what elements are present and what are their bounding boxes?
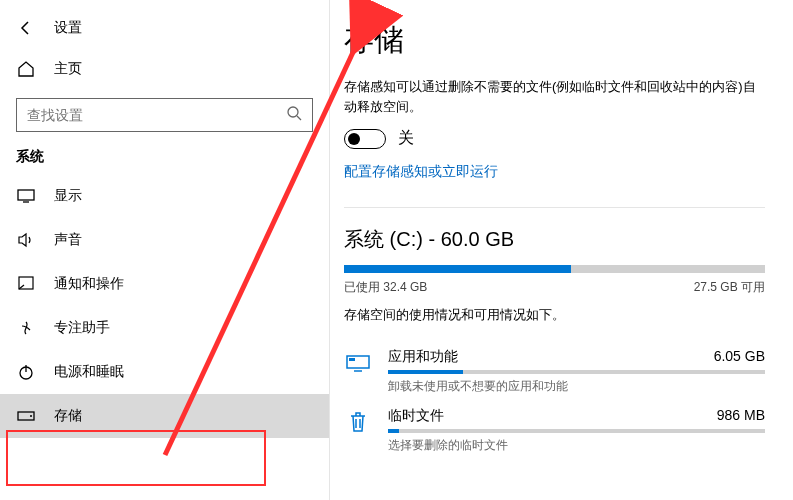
storage-icon bbox=[16, 406, 36, 426]
sidebar-item-label: 显示 bbox=[54, 187, 82, 205]
category-apps[interactable]: 应用和功能6.05 GB 卸载未使用或不想要的应用和功能 bbox=[344, 342, 765, 401]
divider bbox=[344, 207, 765, 208]
sidebar-item-storage[interactable]: 存储 bbox=[0, 394, 329, 438]
sidebar-item-label: 声音 bbox=[54, 231, 82, 249]
svg-rect-10 bbox=[349, 358, 355, 361]
sidebar-item-sound[interactable]: 声音 bbox=[0, 218, 329, 262]
sound-icon bbox=[16, 230, 36, 250]
configure-link[interactable]: 配置存储感知或立即运行 bbox=[344, 163, 765, 181]
sidebar-item-label: 专注助手 bbox=[54, 319, 110, 337]
sidebar-item-label: 存储 bbox=[54, 407, 82, 425]
svg-point-8 bbox=[30, 415, 32, 417]
back-button[interactable]: 设置 bbox=[0, 8, 329, 48]
breakdown-description: 存储空间的使用情况和可用情况如下。 bbox=[344, 306, 765, 324]
back-arrow-icon bbox=[16, 18, 36, 38]
sidebar-item-focus[interactable]: 专注助手 bbox=[0, 306, 329, 350]
storage-sense-toggle[interactable] bbox=[344, 129, 386, 149]
display-icon bbox=[16, 186, 36, 206]
sidebar-item-label: 通知和操作 bbox=[54, 275, 124, 293]
apps-icon bbox=[344, 348, 372, 376]
home-icon bbox=[16, 59, 36, 79]
category-sub: 卸载未使用或不想要的应用和功能 bbox=[388, 378, 765, 395]
svg-rect-9 bbox=[347, 356, 369, 368]
home-label: 主页 bbox=[54, 60, 82, 78]
focus-icon bbox=[16, 318, 36, 338]
category-name: 临时文件 bbox=[388, 407, 444, 425]
svg-rect-2 bbox=[18, 190, 34, 200]
category-size: 986 MB bbox=[717, 407, 765, 425]
category-name: 应用和功能 bbox=[388, 348, 458, 366]
trash-icon bbox=[344, 407, 372, 435]
used-label: 已使用 32.4 GB bbox=[344, 279, 427, 296]
sidebar-item-display[interactable]: 显示 bbox=[0, 174, 329, 218]
search-box[interactable] bbox=[16, 98, 313, 132]
drive-title: 系统 (C:) - 60.0 GB bbox=[344, 226, 765, 253]
category-temp[interactable]: 临时文件986 MB 选择要删除的临时文件 bbox=[344, 401, 765, 460]
sidebar-item-power[interactable]: 电源和睡眠 bbox=[0, 350, 329, 394]
sidebar-item-notifications[interactable]: 通知和操作 bbox=[0, 262, 329, 306]
search-icon bbox=[286, 105, 302, 125]
window-title: 设置 bbox=[54, 19, 82, 37]
search-input[interactable] bbox=[27, 107, 286, 123]
section-header: 系统 bbox=[0, 144, 329, 174]
category-sub: 选择要删除的临时文件 bbox=[388, 437, 765, 454]
home-button[interactable]: 主页 bbox=[0, 48, 329, 90]
sidebar-item-label: 电源和睡眠 bbox=[54, 363, 124, 381]
svg-point-0 bbox=[288, 107, 298, 117]
toggle-label: 关 bbox=[398, 128, 414, 149]
free-label: 27.5 GB 可用 bbox=[694, 279, 765, 296]
notifications-icon bbox=[16, 274, 36, 294]
svg-line-1 bbox=[297, 116, 301, 120]
power-icon bbox=[16, 362, 36, 382]
category-size: 6.05 GB bbox=[714, 348, 765, 366]
drive-usage-bar bbox=[344, 265, 765, 273]
page-title: 存储 bbox=[344, 20, 765, 61]
storage-sense-description: 存储感知可以通过删除不需要的文件(例如临时文件和回收站中的内容)自动释放空间。 bbox=[344, 77, 765, 116]
